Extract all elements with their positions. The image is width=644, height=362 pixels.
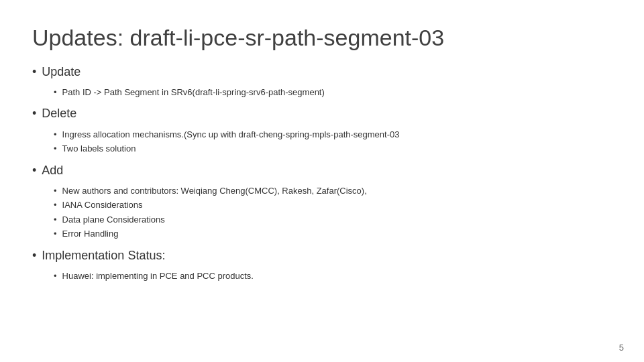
delete-heading-row: • Delete [32, 105, 612, 122]
list-item: • Error Handling [54, 227, 612, 241]
add-item-1: New authors and contributors: Weiqiang C… [62, 184, 367, 198]
list-item: • Path ID -> Path Segment in SRv6(draft-… [54, 86, 612, 99]
add-bullet: • [32, 162, 36, 179]
bullet-icon: • [54, 269, 57, 283]
delete-item-2: Two labels solution [62, 142, 136, 156]
bullet-icon: • [54, 128, 57, 141]
slide-title: Updates: draft-li-pce-sr-path-segment-03 [32, 24, 612, 52]
delete-section: • Delete • Ingress allocation mechanisms… [32, 105, 612, 155]
list-item: • Data plane Considerations [54, 213, 612, 227]
update-heading: Update [42, 64, 80, 80]
list-item: • New authors and contributors: Weiqiang… [54, 184, 612, 198]
update-bullet: • [32, 64, 36, 80]
delete-item-1: Ingress allocation mechanisms.(Sync up w… [62, 128, 400, 141]
implementation-bullet: • [32, 247, 36, 264]
add-item-3: Data plane Considerations [62, 213, 165, 227]
bullet-icon: • [54, 227, 57, 241]
slide: Updates: draft-li-pce-sr-path-segment-03… [0, 0, 644, 362]
implementation-heading-row: • Implementation Status: [32, 247, 612, 264]
implementation-heading: Implementation Status: [42, 247, 165, 264]
page-number: 5 [619, 343, 624, 353]
implementation-items: • Huawei: implementing in PCE and PCC pr… [54, 269, 612, 283]
list-item: • IANA Considerations [54, 198, 612, 212]
add-section: • Add • New authors and contributors: We… [32, 162, 612, 241]
add-items: • New authors and contributors: Weiqiang… [54, 184, 612, 241]
list-item: • Huawei: implementing in PCE and PCC pr… [54, 269, 612, 283]
list-item: • Two labels solution [54, 142, 612, 156]
bullet-icon: • [54, 198, 57, 212]
list-item: • Ingress allocation mechanisms.(Sync up… [54, 128, 612, 141]
add-heading-row: • Add [32, 162, 612, 179]
add-heading: Add [42, 162, 63, 179]
delete-items: • Ingress allocation mechanisms.(Sync up… [54, 128, 612, 156]
bullet-icon: • [54, 86, 57, 99]
bullet-icon: • [54, 184, 57, 198]
add-item-2: IANA Considerations [62, 198, 143, 212]
delete-bullet: • [32, 105, 36, 122]
update-heading-row: • Update [32, 64, 612, 80]
bullet-icon: • [54, 142, 57, 156]
update-items: • Path ID -> Path Segment in SRv6(draft-… [54, 86, 612, 99]
update-section: • Update • Path ID -> Path Segment in SR… [32, 64, 612, 99]
slide-content: • Update • Path ID -> Path Segment in SR… [32, 64, 612, 283]
delete-heading: Delete [42, 105, 76, 122]
bullet-icon: • [54, 213, 57, 227]
add-item-4: Error Handling [62, 227, 119, 241]
implementation-item-1: Huawei: implementing in PCE and PCC prod… [62, 269, 254, 283]
implementation-section: • Implementation Status: • Huawei: imple… [32, 247, 612, 283]
update-item-1: Path ID -> Path Segment in SRv6(draft-li… [62, 86, 325, 99]
